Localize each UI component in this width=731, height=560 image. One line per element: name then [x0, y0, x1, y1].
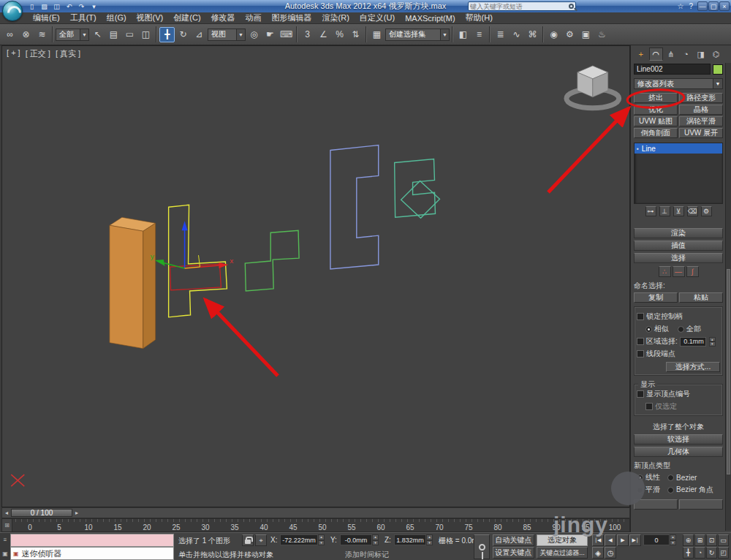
- time-slider-handle[interactable]: 0 / 100: [11, 509, 72, 517]
- radio-icon[interactable]: [678, 326, 684, 333]
- named-selection-dropdown[interactable]: 创建选择集 ▼: [385, 29, 450, 41]
- spinner-arrows[interactable]: ▴▾: [372, 534, 379, 545]
- bind-to-space-warp-icon[interactable]: ≋: [34, 27, 50, 42]
- linear-radio[interactable]: 线性: [637, 472, 660, 483]
- modifier-button-bevel-profile[interactable]: 倒角剖面: [634, 128, 678, 138]
- rollout-selection[interactable]: 选择: [634, 253, 723, 263]
- save-file-icon[interactable]: ◫: [51, 1, 62, 11]
- render-production-icon[interactable]: ♨: [594, 27, 610, 42]
- teal-diamond-spline[interactable]: [401, 181, 440, 218]
- menu-item[interactable]: 自定义(U): [355, 12, 400, 23]
- rectangular-selection-region-icon[interactable]: ▭: [122, 27, 137, 42]
- teal-c-spline[interactable]: [395, 159, 436, 218]
- layer-manager-icon[interactable]: ≣: [493, 27, 508, 42]
- search-input[interactable]: [470, 3, 567, 10]
- object-name-field[interactable]: [634, 64, 711, 75]
- edit-named-selection-sets-icon[interactable]: ▦: [369, 27, 385, 42]
- set-key-button[interactable]: 设置关键点: [493, 547, 534, 559]
- stack-item-line[interactable]: ▪ Line: [635, 143, 722, 154]
- open-file-icon[interactable]: ▨: [39, 1, 50, 11]
- align-icon[interactable]: ≡: [471, 27, 487, 42]
- auto-key-button[interactable]: 自动关键点: [493, 534, 534, 546]
- rollout-soft-selection[interactable]: 软选择: [634, 434, 723, 444]
- checkbox-icon[interactable]: [637, 338, 644, 345]
- selected-only-checkbox[interactable]: 仅选定: [645, 401, 720, 412]
- modifier-button-uvw-map[interactable]: UVW 贴图: [634, 116, 678, 126]
- x-coordinate-field[interactable]: [280, 534, 318, 545]
- spinner-snap-icon[interactable]: ⇅: [348, 27, 363, 42]
- radio-icon[interactable]: [667, 487, 674, 493]
- infocenter-search[interactable]: [468, 1, 576, 11]
- previous-frame-button[interactable]: ◀: [605, 534, 616, 546]
- copy-button[interactable]: 复制: [634, 292, 678, 303]
- open-mini-curve-editor-icon[interactable]: ⊞: [2, 519, 12, 531]
- area-selection-checkbox[interactable]: 区域选择: ▴▾: [637, 336, 720, 347]
- tab-create-icon[interactable]: +: [634, 48, 648, 61]
- modifier-button-optimize[interactable]: 优化: [634, 105, 678, 115]
- selection-filter-dropdown[interactable]: 全部 ▼: [56, 29, 89, 41]
- chevron-down-icon[interactable]: ▼: [440, 29, 449, 40]
- box-object[interactable]: [110, 217, 156, 348]
- viewport-menu-general[interactable]: +: [7, 48, 20, 59]
- percent-snap-icon[interactable]: %: [332, 27, 347, 42]
- checkbox-icon[interactable]: [637, 313, 644, 320]
- select-by-name-icon[interactable]: ▤: [106, 27, 121, 42]
- menu-item[interactable]: 图形编辑器: [267, 12, 317, 23]
- object-color-swatch[interactable]: [713, 64, 723, 75]
- zoom-icon[interactable]: ⊕: [683, 534, 694, 546]
- angle-snap-icon[interactable]: ∠: [316, 27, 331, 42]
- search-icon[interactable]: [569, 4, 574, 9]
- tab-utilities-icon[interactable]: ⌬: [709, 48, 724, 61]
- listener-open-icon[interactable]: ▣: [2, 550, 8, 557]
- viewcube[interactable]: [567, 66, 619, 108]
- menu-item[interactable]: 编辑(E): [28, 12, 65, 23]
- material-editor-icon[interactable]: ◉: [546, 27, 561, 42]
- use-pivot-center-icon[interactable]: ◎: [246, 27, 262, 42]
- chevron-down-icon[interactable]: ▼: [80, 29, 88, 40]
- tab-display-icon[interactable]: ◨: [694, 48, 708, 61]
- spinner-arrows[interactable]: ▴▾: [426, 534, 433, 545]
- reference-coordinate-dropdown[interactable]: 视图 ▼: [208, 29, 246, 41]
- mini-listener-field[interactable]: ▣ 迷你侦听器: [10, 547, 174, 560]
- paste-button[interactable]: 粘贴: [679, 292, 723, 303]
- snaps-toggle-icon[interactable]: 3: [300, 27, 315, 42]
- tab-modify-icon[interactable]: ◠: [649, 48, 664, 61]
- modifier-button-extrude[interactable]: 挤出: [634, 93, 678, 103]
- modifier-button-path-deform[interactable]: 路径变形: [679, 93, 723, 103]
- unlink-selection-icon[interactable]: ⊗: [18, 27, 34, 42]
- orbit-icon[interactable]: ↻: [706, 547, 717, 559]
- checkbox-icon[interactable]: [637, 350, 644, 357]
- rollout-rendering[interactable]: 渲染: [634, 228, 723, 238]
- green-spline[interactable]: [245, 230, 299, 291]
- chevron-down-icon[interactable]: ▼: [713, 79, 722, 88]
- lock-handles-checkbox[interactable]: 锁定控制柄: [637, 311, 720, 322]
- z-coordinate-field[interactable]: [394, 534, 426, 545]
- checkbox-icon[interactable]: [637, 390, 644, 398]
- radio-icon[interactable]: [667, 474, 674, 481]
- spinner-arrows[interactable]: ▴▾: [318, 534, 325, 545]
- viewport[interactable]: + 正交 真实 x y: [1, 45, 630, 507]
- radio-icon[interactable]: [637, 474, 643, 481]
- rollout-geometry[interactable]: 几何体: [634, 447, 723, 457]
- modifier-list-dropdown[interactable]: 修改器列表 ▼: [634, 78, 723, 89]
- select-object-icon[interactable]: ↖: [90, 27, 105, 42]
- select-and-manipulate-icon[interactable]: ☛: [262, 27, 278, 42]
- track-bar[interactable]: ⊞ 05101520253035404550556065707580859095…: [1, 518, 630, 532]
- rendered-frame-window-icon[interactable]: ▣: [578, 27, 594, 42]
- rollout-interpolation[interactable]: 插值: [634, 241, 723, 251]
- maximize-button[interactable]: ▢: [708, 1, 719, 11]
- radio-icon[interactable]: [637, 487, 643, 493]
- select-and-link-icon[interactable]: ∞: [2, 27, 18, 42]
- render-setup-icon[interactable]: ⚙: [562, 27, 577, 42]
- menu-item[interactable]: MAXScript(M): [400, 12, 460, 23]
- time-tag-field[interactable]: 添加时间标记: [345, 550, 389, 560]
- geometry-button[interactable]: [679, 499, 723, 510]
- undo-icon[interactable]: ↶: [64, 1, 75, 11]
- make-unique-icon[interactable]: ⊻: [673, 206, 684, 216]
- checkbox-icon[interactable]: [645, 403, 653, 410]
- set-keys-button[interactable]: [474, 534, 490, 559]
- modifier-button-turbosmooth[interactable]: 涡轮平滑: [679, 116, 723, 126]
- modifier-stack[interactable]: ▪ Line: [634, 143, 723, 204]
- menu-item[interactable]: 渲染(R): [317, 12, 355, 23]
- keyboard-override-icon[interactable]: ⌨: [279, 27, 294, 42]
